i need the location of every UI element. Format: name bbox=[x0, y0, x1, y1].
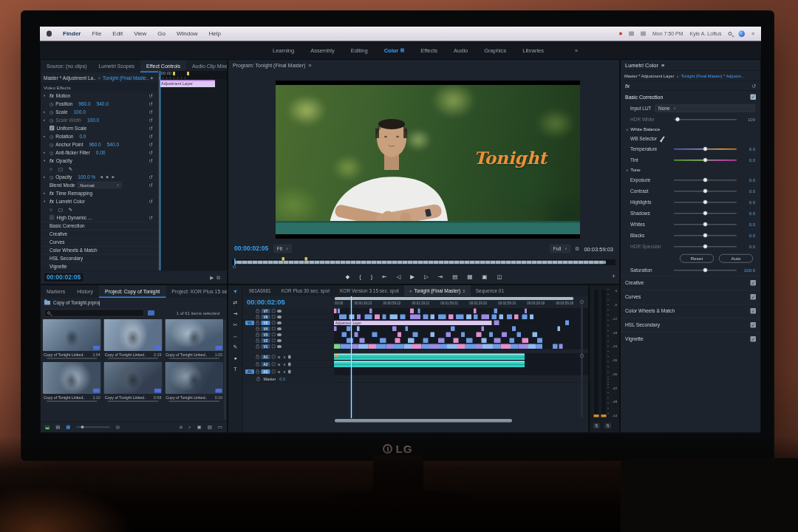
selection-tool[interactable]: ➤ bbox=[232, 287, 239, 295]
track-name[interactable]: V4 bbox=[262, 327, 270, 331]
button-editor-plus[interactable]: + bbox=[612, 273, 615, 280]
ec-row-scale[interactable]: ▸◷Scale100.0↺ bbox=[41, 108, 158, 116]
subsection-tone[interactable]: ∨Tone bbox=[621, 166, 760, 174]
thumbnail-zoom-slider[interactable] bbox=[76, 426, 109, 427]
slider-track[interactable] bbox=[674, 246, 737, 248]
sync-lock-icon[interactable] bbox=[272, 370, 276, 374]
ec-row-anchor-point[interactable]: ◷Anchor Point960.0540.0↺ bbox=[41, 140, 158, 149]
track-name[interactable]: A3 bbox=[262, 369, 270, 374]
sync-lock-icon[interactable] bbox=[272, 327, 276, 331]
clip-thumbnail[interactable] bbox=[43, 319, 101, 351]
source-patch[interactable] bbox=[245, 327, 254, 331]
track-name[interactable]: V6 bbox=[262, 315, 270, 319]
stopwatch-icon[interactable]: ◷ bbox=[50, 150, 53, 155]
reset-icon[interactable]: ↺ bbox=[751, 83, 756, 89]
lock-icon[interactable] bbox=[256, 364, 260, 366]
ec-row-blend-mode[interactable]: Blend ModeNormal∨↺ bbox=[41, 181, 158, 189]
input-lut-dropdown[interactable]: None∨ bbox=[655, 105, 755, 112]
track-lane-v7[interactable] bbox=[334, 308, 588, 314]
track-lane-a2[interactable] bbox=[334, 361, 588, 368]
timeline-clip[interactable] bbox=[525, 309, 527, 314]
blend-mode-dropdown[interactable]: Normal∨ bbox=[78, 182, 122, 188]
timeline-clip[interactable] bbox=[482, 344, 493, 349]
lock-icon[interactable] bbox=[256, 340, 260, 343]
slider-knob[interactable] bbox=[703, 267, 708, 272]
timeline-clip[interactable] bbox=[422, 344, 429, 349]
comparison-view-button[interactable]: ◫ bbox=[497, 273, 502, 280]
timeline-clip[interactable] bbox=[457, 344, 465, 349]
settings-wrench-icon[interactable]: ⚙ bbox=[575, 246, 579, 252]
toggle-output-eye-icon[interactable] bbox=[277, 333, 282, 336]
timeline-clip[interactable] bbox=[477, 332, 482, 338]
ec-row-curves[interactable]: Curves bbox=[41, 238, 158, 246]
step-back-button[interactable]: ◁ bbox=[397, 273, 401, 280]
slider-knob[interactable] bbox=[703, 177, 708, 182]
adjustment-layer-clip[interactable]: Adjustment Layer bbox=[334, 321, 491, 326]
track-name[interactable]: V7 bbox=[262, 309, 270, 313]
new-bin-icon[interactable]: ▣ bbox=[197, 424, 202, 430]
toggle-output-eye-icon[interactable] bbox=[277, 310, 282, 313]
thumbnail-scrubber[interactable] bbox=[168, 358, 219, 359]
project-tab[interactable]: Markers bbox=[41, 285, 71, 298]
ec-row-vignette[interactable]: Vignette bbox=[41, 262, 158, 270]
mark-out-button[interactable]: } bbox=[371, 273, 373, 280]
twirl-icon[interactable]: ▸ bbox=[44, 134, 47, 138]
timeline-clip[interactable] bbox=[474, 315, 477, 320]
timeline-clip[interactable] bbox=[404, 344, 412, 349]
source-patch[interactable] bbox=[245, 355, 254, 359]
menubar-user[interactable]: Kyle A. Loftus bbox=[690, 31, 722, 37]
section-creative[interactable]: Creative✓ bbox=[621, 276, 760, 290]
slider-track[interactable] bbox=[674, 191, 737, 192]
track-name[interactable]: V5 bbox=[262, 321, 270, 325]
master-gain-value[interactable]: 0.0 bbox=[279, 377, 285, 381]
mute-button[interactable]: M bbox=[277, 355, 281, 358]
timeline-clip[interactable] bbox=[357, 315, 361, 320]
timeline-clip[interactable] bbox=[499, 315, 503, 320]
sequence-tab[interactable]: KOR Version 3 15 sec. spot bbox=[335, 285, 404, 296]
slider-track[interactable] bbox=[674, 202, 737, 203]
project-item[interactable]: Copy of Tonight Linked..2:19 bbox=[104, 319, 163, 359]
lock-icon[interactable] bbox=[256, 322, 260, 325]
mute-button[interactable]: M bbox=[277, 369, 281, 373]
timeline-clip[interactable] bbox=[537, 338, 542, 344]
keyframe-nav-icons[interactable]: ◀ ◆ ▶ bbox=[100, 175, 116, 180]
program-scrubber[interactable] bbox=[232, 259, 615, 265]
timeline-clip[interactable] bbox=[536, 344, 542, 349]
slider-value[interactable]: 0.0 bbox=[740, 146, 755, 151]
ripple-edit-tool[interactable]: ⇥ bbox=[233, 310, 238, 316]
twirl-icon[interactable]: ▸ bbox=[44, 151, 47, 154]
reset-icon[interactable]: ↺ bbox=[149, 109, 153, 115]
playback-resolution-dropdown[interactable]: Full∨ bbox=[550, 245, 570, 253]
reset-icon[interactable]: ↺ bbox=[149, 199, 153, 205]
toggle-output-eye-icon[interactable] bbox=[277, 321, 282, 324]
eyedropper-icon[interactable] bbox=[661, 136, 665, 141]
timeline-clip[interactable] bbox=[395, 338, 400, 344]
timeline-clip[interactable] bbox=[451, 327, 454, 332]
step-forward-button[interactable]: ▷ bbox=[424, 273, 429, 280]
lock-icon[interactable] bbox=[256, 378, 260, 381]
lock-icon[interactable] bbox=[256, 356, 260, 359]
source-patch[interactable]: A1 bbox=[245, 369, 254, 374]
workspace-overflow-icon[interactable]: » bbox=[575, 47, 578, 54]
slider-knob[interactable] bbox=[703, 244, 708, 248]
slider-value[interactable]: 100 bbox=[740, 117, 755, 122]
lumetri-clip-label[interactable]: Tonight (Final Master) * Adjustm.. bbox=[681, 74, 744, 78]
volume-menu-icon[interactable] bbox=[641, 32, 646, 36]
timeline-clip[interactable] bbox=[474, 309, 476, 314]
section-vignette[interactable]: Vignette✓ bbox=[621, 332, 760, 346]
reset-icon[interactable]: ↺ bbox=[149, 215, 153, 221]
ec-row-motion[interactable]: ▾fxMotion↺ bbox=[41, 92, 158, 100]
twirl-icon[interactable]: ▸ bbox=[44, 118, 47, 122]
reset-icon[interactable]: ↺ bbox=[149, 117, 153, 123]
panel-menu-icon[interactable]: ≡ bbox=[463, 288, 466, 293]
timeline-clip[interactable] bbox=[532, 332, 537, 338]
sync-lock-icon[interactable] bbox=[272, 345, 276, 349]
toggle-output-eye-icon[interactable] bbox=[277, 316, 282, 318]
timeline-clip[interactable] bbox=[398, 332, 401, 338]
timeline-clip[interactable] bbox=[386, 344, 394, 349]
slider-track[interactable] bbox=[674, 149, 737, 150]
source-patch[interactable]: V1 bbox=[245, 321, 254, 325]
ec-row-rotation[interactable]: ▸◷Rotation0.0↺ bbox=[41, 132, 158, 140]
lock-icon[interactable] bbox=[256, 316, 260, 319]
timeline-clip[interactable] bbox=[500, 344, 511, 349]
